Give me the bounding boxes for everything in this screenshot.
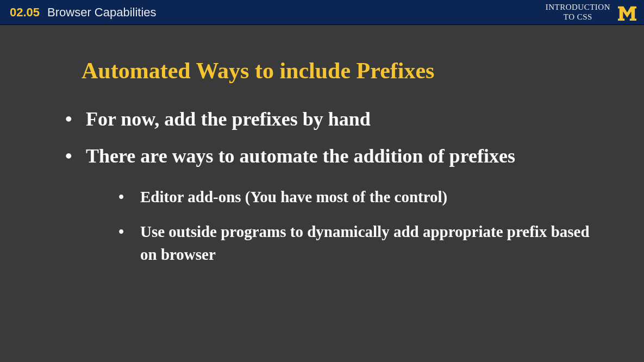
sub-bullet-item: Use outside programs to dynamically add …: [86, 220, 606, 266]
slide-topic: Browser Capabilities: [47, 5, 157, 20]
course-title-line2: TO CSS: [546, 13, 610, 22]
header-right: INTRODUCTION TO CSS: [546, 3, 637, 22]
bullet-item: For now, add the prefixes by hand: [65, 105, 606, 133]
bullet-item: There are ways to automate the addition …: [65, 142, 606, 266]
course-title-line1: INTRODUCTION: [546, 3, 610, 12]
header-bar: 02.05 Browser Capabilities INTRODUCTION …: [0, 0, 644, 25]
slide-title: Automated Ways to include Prefixes: [82, 58, 606, 84]
michigan-logo-icon: [617, 3, 637, 22]
slide-number: 02.05: [10, 5, 40, 20]
slide-content: Automated Ways to include Prefixes For n…: [0, 25, 644, 266]
bullet-text: There are ways to automate the addition …: [86, 145, 515, 167]
bullet-list: For now, add the prefixes by hand There …: [65, 105, 606, 266]
sub-bullet-item: Editor add-ons (You have most of the con…: [86, 185, 606, 208]
course-title: INTRODUCTION TO CSS: [546, 3, 610, 22]
sub-bullet-list: Editor add-ons (You have most of the con…: [86, 185, 606, 266]
header-left: 02.05 Browser Capabilities: [10, 5, 157, 20]
